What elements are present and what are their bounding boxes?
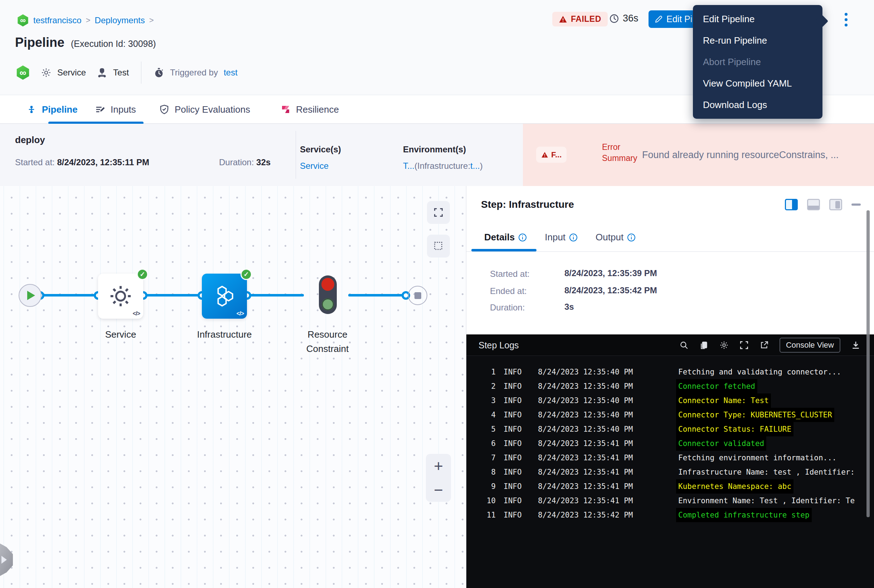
service-name[interactable]: Service (57, 68, 86, 78)
layout-floating-drawer-button[interactable] (829, 199, 842, 210)
layout-bottom-drawer-button[interactable] (807, 199, 820, 210)
log-line-number: 3 (466, 393, 496, 408)
log-line-number: 8 (466, 465, 496, 479)
stopwatch-icon (153, 67, 164, 78)
infrastructure-link[interactable]: t... (470, 161, 480, 171)
stage-failed-badge-label: F... (551, 150, 561, 159)
resource-constraint-node[interactable] (319, 275, 337, 314)
log-message: Fetching and validating connector... (676, 365, 843, 379)
log-row: 8 INFO 8/24/2023 12:35:41 PM Infrastruct… (466, 465, 874, 479)
edge-connector (143, 294, 202, 297)
stage-duration-value: 32s (256, 158, 271, 167)
log-row: 4 INFO 8/24/2023 12:35:40 PM Connector T… (466, 408, 874, 422)
log-message: Connector Name: Test (676, 393, 771, 408)
download-icon[interactable] (851, 340, 860, 350)
play-icon (27, 291, 35, 300)
menu-item-rerun-pipeline[interactable]: Re-run Pipeline (693, 30, 823, 51)
infrastructure-step-node[interactable]: ✓ </> (202, 274, 247, 319)
environment-name[interactable]: Test (113, 68, 129, 78)
layout-right-drawer-button[interactable] (785, 199, 798, 210)
left-drawer-handle[interactable] (0, 542, 13, 577)
copy-icon[interactable] (700, 340, 709, 350)
breadcrumb-project-link[interactable]: testfrancisco (33, 15, 81, 26)
warning-triangle-icon (541, 151, 548, 159)
resilience-icon (280, 104, 291, 115)
stage-name[interactable]: deploy (15, 135, 45, 146)
log-timestamp: 8/24/2023 12:35:40 PM (538, 365, 649, 379)
environment-infra-label: (Infrastructure: (414, 161, 470, 171)
menu-item-edit-pipeline[interactable]: Edit Pipeline (693, 8, 823, 30)
log-row: 1 INFO 8/24/2023 12:35:40 PM Fetching an… (466, 365, 874, 379)
step-logs-body[interactable]: 1 INFO 8/24/2023 12:35:40 PM Fetching an… (466, 356, 874, 588)
tab-output[interactable]: Output (596, 232, 636, 243)
pipeline-graph-canvas[interactable]: ✓ </> ✓ </> Service Infrastructure Resou… (0, 186, 466, 588)
status-badge-label: FAILED (571, 14, 601, 24)
menu-item-download-logs[interactable]: Download Logs (693, 94, 823, 116)
tab-input[interactable]: Input (545, 232, 578, 243)
tab-pipeline[interactable]: Pipeline (26, 95, 78, 124)
edge-connector (348, 294, 410, 297)
tab-inputs-label: Inputs (111, 104, 136, 115)
environment-close-paren: ) (480, 161, 483, 171)
fullscreen-icon[interactable] (739, 340, 749, 350)
zoom-in-button[interactable]: + (426, 454, 451, 478)
harness-logo-icon: ∞ (17, 14, 29, 27)
console-view-button[interactable]: Console View (779, 338, 840, 352)
log-line-number: 6 (466, 436, 496, 451)
more-options-kebab-button[interactable] (842, 13, 850, 27)
gear-icon (41, 67, 51, 78)
step-details-panel: Step: Infrastructure Details Input Outpu… (466, 186, 874, 588)
total-duration-value: 36s (623, 13, 638, 24)
menu-item-view-compiled-yaml[interactable]: View Compiled YAML (693, 73, 823, 94)
log-level: INFO (504, 436, 529, 451)
canvas-select-area-button[interactable] (427, 235, 450, 258)
log-row: 2 INFO 8/24/2023 12:35:40 PM Connector f… (466, 379, 874, 393)
details-ended-value: 8/24/2023, 12:35:42 PM (564, 285, 657, 296)
breadcrumb: ∞ testfrancisco > Deployments > (17, 14, 154, 27)
shield-check-icon (159, 104, 170, 115)
log-row: 6 INFO 8/24/2023 12:35:41 PM Connector v… (466, 436, 874, 451)
canvas-zoom-controls: + − (426, 454, 451, 502)
total-duration: 36s (609, 13, 638, 24)
pipeline-execution-page: ∞ testfrancisco > Deployments > Pipeline… (0, 0, 874, 588)
gear-icon[interactable] (719, 340, 729, 350)
tab-resilience-label: Resilience (296, 104, 339, 115)
zoom-out-button[interactable]: − (426, 478, 451, 502)
log-level: INFO (504, 465, 529, 479)
log-timestamp: 8/24/2023 12:35:41 PM (538, 465, 649, 479)
search-icon[interactable] (679, 340, 689, 350)
start-node[interactable] (19, 284, 42, 307)
tab-resilience[interactable]: Resilience (280, 95, 339, 124)
details-duration-value: 3s (564, 302, 574, 312)
triggered-by-user-link[interactable]: test (224, 68, 238, 78)
minimize-panel-button[interactable] (851, 204, 861, 206)
yaml-code-glyph: </> (133, 310, 140, 317)
pipeline-meta-row: ∞ Service Test Triggered by test (16, 62, 238, 84)
log-level: INFO (504, 422, 529, 436)
error-summary-label: ErrorSummary (602, 142, 641, 164)
service-link[interactable]: Service (300, 161, 329, 171)
tab-details[interactable]: Details (484, 232, 527, 243)
log-message: Connector Status: FAILURE (676, 422, 793, 436)
tab-policy-evaluations-label: Policy Evaluations (174, 104, 250, 115)
breadcrumb-deployments-link[interactable]: Deployments (95, 15, 145, 26)
step-panel-title: Step: Infrastructure (481, 199, 574, 210)
canvas-fullscreen-button[interactable] (427, 201, 450, 224)
log-level: INFO (504, 408, 529, 422)
end-node[interactable] (408, 286, 427, 305)
error-summary-message[interactable]: Found already running resourceConstrains… (642, 150, 871, 160)
warning-triangle-icon (559, 15, 567, 24)
tab-inputs[interactable]: Inputs (95, 95, 136, 124)
panel-scrollbar[interactable] (866, 210, 870, 517)
propagate-icon (97, 67, 107, 78)
log-line-number: 10 (466, 494, 496, 508)
chevron-right-icon (2, 556, 7, 564)
log-message: Connector validated (676, 436, 766, 451)
tab-policy-evaluations[interactable]: Policy Evaluations (159, 95, 250, 124)
external-link-icon[interactable] (760, 340, 769, 350)
environment-link[interactable]: T... (403, 161, 414, 171)
chevron-right-icon: > (86, 16, 90, 25)
traffic-green-light (322, 298, 334, 310)
service-step-node[interactable]: ✓ </> (98, 274, 143, 319)
log-message: Connector fetched (676, 379, 757, 393)
